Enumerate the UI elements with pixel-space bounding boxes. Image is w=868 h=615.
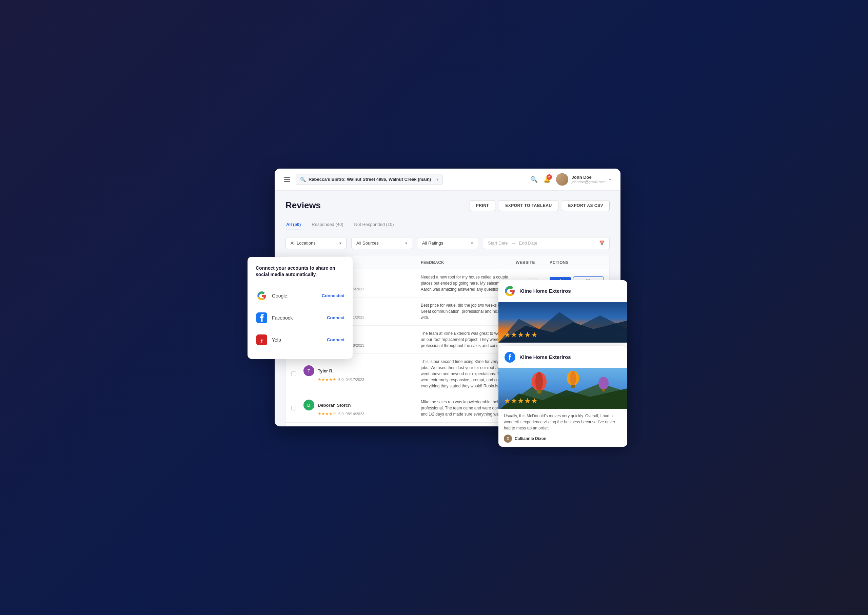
facebook-card-business: Kline Home Exteriros [519,354,571,360]
social-item-google: Google Connected [256,285,344,307]
tabs-bar: All (50) Responded (40) Not Responded (1… [285,219,609,230]
svg-point-11 [535,372,543,391]
facebook-card-review-text: Usually, this McDonald's moves very quic… [504,413,622,431]
avatar-image [556,173,568,186]
stars-4: ★★★★★ [318,377,337,382]
header-left: 🔍 Rabecca's Bistro: Walnut Street 4986, … [284,174,443,185]
social-connect-title: Connect your accounts to share on social… [256,265,344,278]
social-item-left-google: Google [256,290,287,302]
date-4: 04/17/2023 [346,378,364,382]
sources-filter[interactable]: All Sources [351,237,412,249]
google-logo [256,290,268,302]
search-icon: 🔍 [300,177,306,182]
google-card-image: ★★★★★ [499,302,627,343]
user-name-text: John Doe [572,175,606,180]
search-bar[interactable]: 🔍 Rabecca's Bistro: Walnut Street 4986, … [296,174,443,185]
facebook-name: Facebook [272,315,293,320]
svg-point-14 [570,371,576,386]
google-name: Google [272,293,287,298]
tab-all[interactable]: All (50) [285,219,301,229]
facebook-card-image: ★★★★★ [499,368,627,409]
ratings-chevron-icon [471,240,473,246]
facebook-review-card: Kline Home Exteriros [499,347,627,447]
notification-badge: 2 [547,174,552,180]
facebook-card-body: Usually, this McDonald's moves very quic… [499,409,627,447]
user-info: John Doe johndoe@gmail.com [572,175,606,184]
yelp-name: Yelp [272,337,281,343]
google-card-stars: ★★★★★ [504,330,538,339]
social-item-left-facebook: Facebook [256,312,293,324]
user-name-5: Deborah Storch [318,403,351,408]
page-header: Reviews PRINT EXPORT TO TABLEAU EXPORT A… [285,200,609,211]
export-tableau-button[interactable]: EXPORT TO TABLEAU [499,200,558,211]
rating-value-4: 5.0 [338,378,343,382]
user-rating-cell-5: D Deborah Storch ★★★★☆ 5.0 08/14/2023 [304,400,421,416]
google-card-logo [504,285,516,297]
svg-text:y: y [260,337,263,343]
user-email-text: johndoe@gmail.com [572,180,606,184]
date-range-filter[interactable]: Start Date → End Date 📅 [483,237,609,249]
svg-rect-12 [537,390,541,393]
scene: 🔍 Rabecca's Bistro: Walnut Street 4986, … [248,169,620,447]
rating-value-5: 5.0 [338,412,343,416]
tab-responded[interactable]: Responded (40) [311,219,344,229]
search-chevron-icon: ▾ [436,177,438,182]
facebook-card-logo [504,351,516,363]
global-search-icon[interactable]: 🔍 [530,176,538,183]
facebook-card-stars: ★★★★★ [504,396,538,405]
row-checkbox-5[interactable] [291,406,296,411]
date-arrow-icon: → [511,240,516,246]
stars-5: ★★★★☆ [318,412,337,416]
user-chevron-icon: ▾ [609,177,611,182]
google-card-header: Kline Home Exteriros [499,280,627,302]
notification-button[interactable]: 🔔 2 [543,176,551,183]
yelp-status-button[interactable]: Connect [327,337,344,342]
tab-not-responded[interactable]: Not Responded (10) [354,219,395,229]
svg-rect-17 [602,389,605,392]
user-name-4: Tyler R. [318,368,333,373]
user-avatar-4: T [304,365,314,376]
website-col-header: Website [516,260,550,265]
export-csv-button[interactable]: EXPORT AS CSV [562,200,609,211]
social-item-left-yelp: y Yelp [256,334,281,346]
locations-chevron-icon [340,240,341,246]
avatar [556,173,568,186]
svg-point-16 [598,377,609,390]
social-connect-panel: Connect your accounts to share on social… [248,257,353,359]
user-profile[interactable]: John Doe johndoe@gmail.com ▾ [556,173,611,186]
filters-bar: All Locations All Sources All Ratings St… [285,237,609,249]
header-right: 🔍 🔔 2 John Doe johndoe@gmail.com ▾ [530,173,611,186]
actions-col-header: Actions [550,260,604,265]
calendar-icon: 📅 [599,240,605,246]
ratings-filter[interactable]: All Ratings [417,237,478,249]
app-header: 🔍 Rabecca's Bistro: Walnut Street 4986, … [275,169,620,190]
google-card-business: Kline Home Exteriros [519,288,571,294]
facebook-logo [256,312,268,324]
user-rating-cell-4: T Tyler R. ★★★★★ 5.0 04/17/2023 [304,365,421,382]
reviewer-avatar: C [504,434,512,443]
page-title: Reviews [285,200,321,211]
user-avatar-5: D [304,400,314,411]
locations-filter[interactable]: All Locations [285,237,346,249]
facebook-card-reviewer: C Calliannie Dixon [504,434,622,443]
reviewer-name: Calliannie Dixon [515,436,546,441]
action-buttons: PRINT EXPORT TO TABLEAU EXPORT AS CSV [470,200,609,211]
social-item-yelp: y Yelp Connect [256,329,344,351]
search-business-text: Rabecca's Bistro: Walnut Street 4986, Wa… [309,177,431,182]
date-5: 08/14/2023 [346,412,364,416]
social-item-facebook: Facebook Connect [256,307,344,329]
facebook-card-header: Kline Home Exteriros [499,347,627,368]
feedback-col-header: Feedback [421,260,516,265]
menu-button[interactable] [284,177,290,182]
svg-rect-15 [571,385,575,388]
facebook-status-button[interactable]: Connect [327,315,344,320]
print-button[interactable]: PRINT [470,200,496,211]
row-checkbox-4[interactable] [291,371,296,376]
sources-chevron-icon [405,240,407,246]
google-status-button[interactable]: Connected [322,293,344,298]
yelp-logo: y [256,334,268,346]
